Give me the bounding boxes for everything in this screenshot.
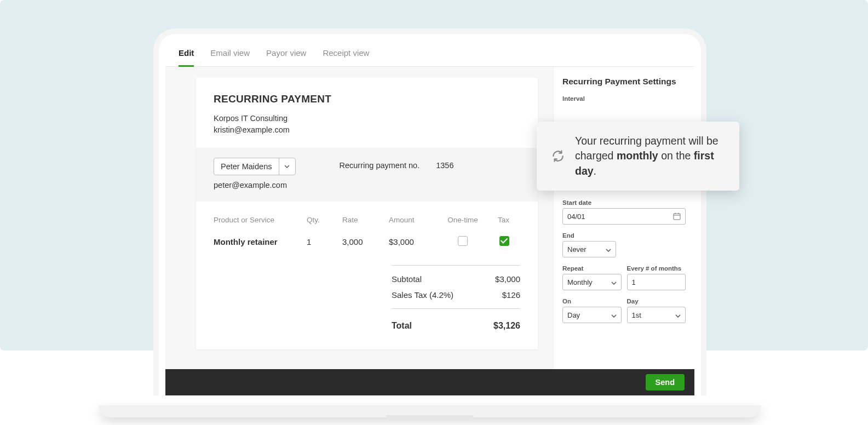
repeat-value: Monthly <box>567 278 593 286</box>
day-value: 1st <box>632 311 641 319</box>
end-select[interactable]: Never <box>562 241 616 257</box>
chevron-down-icon <box>675 311 681 319</box>
col-amount: Amount <box>389 216 441 224</box>
company-name: Korpos IT Consulting <box>214 113 520 124</box>
start-date-value: 04/01 <box>567 213 585 221</box>
interval-label: Interval <box>562 95 686 102</box>
line-header: Product or Service Qty. Rate Amount One-… <box>214 216 520 224</box>
divider <box>392 265 520 266</box>
totals: Subtotal $3,000 Sales Tax (4.2%) $126 To… <box>196 253 538 349</box>
line-amount: $3,000 <box>389 237 441 246</box>
chevron-down-icon <box>611 278 617 286</box>
rp-label: Recurring payment no. <box>340 161 420 170</box>
payor-left: Peter Maidens peter@example.com <box>214 158 296 189</box>
laptop-body: Edit Email view Payor view Receipt view … <box>153 28 706 395</box>
subtotal-value: $3,000 <box>495 274 520 284</box>
payor-select[interactable]: Peter Maidens <box>214 158 296 175</box>
rp-number: 1356 <box>436 161 453 170</box>
invoice-header: RECURRING PAYMENT Korpos IT Consulting k… <box>196 78 538 148</box>
calendar-icon <box>673 213 681 220</box>
subtotal-label: Subtotal <box>392 274 422 284</box>
payor-email: peter@example.com <box>214 181 296 189</box>
repeat-label: Repeat <box>562 265 622 272</box>
settings-panel: Recurring Payment Settings Interval Star… <box>553 67 694 394</box>
settings-title: Recurring Payment Settings <box>562 77 686 87</box>
every-input[interactable]: 1 <box>627 274 686 290</box>
tab-edit[interactable]: Edit <box>179 48 194 67</box>
day-label: Day <box>627 298 686 305</box>
tooltip-post: . <box>594 165 596 177</box>
col-rate: Rate <box>342 216 389 224</box>
company-email: kristin@example.com <box>214 124 520 136</box>
tab-payor-view[interactable]: Payor view <box>266 48 306 66</box>
every-label: Every # of months <box>627 265 686 272</box>
day-group: Day 1st <box>627 298 686 323</box>
send-button[interactable]: Send <box>646 374 685 390</box>
taxtotal-value: $126 <box>502 290 520 300</box>
on-day-row: On Day Day 1st <box>562 298 686 331</box>
on-label: On <box>562 298 622 305</box>
end-value: Never <box>567 245 587 254</box>
start-date-input[interactable]: 04/01 <box>562 208 686 225</box>
line-items: Product or Service Qty. Rate Amount One-… <box>196 202 538 253</box>
tax-checkbox[interactable] <box>499 236 509 246</box>
every-value: 1 <box>632 278 636 286</box>
svg-rect-0 <box>674 214 680 220</box>
laptop-base <box>99 405 761 417</box>
tax-row: Sales Tax (4.2%) $126 <box>392 287 520 303</box>
total-value: $3,126 <box>493 321 520 331</box>
taxtotal-label: Sales Tax (4.2%) <box>392 290 453 300</box>
tooltip-mid: on the <box>658 150 694 162</box>
tab-email-view[interactable]: Email view <box>210 48 250 66</box>
invoice-panel: RECURRING PAYMENT Korpos IT Consulting k… <box>165 67 553 394</box>
col-qty: Qty. <box>307 216 342 224</box>
invoice-title: RECURRING PAYMENT <box>214 93 520 105</box>
on-select[interactable]: Day <box>562 307 622 323</box>
tab-receipt-view[interactable]: Receipt view <box>323 48 369 66</box>
total-label: Total <box>392 321 412 331</box>
col-tax: Tax <box>485 216 509 224</box>
line-row: Monthly retainer 1 3,000 $3,000 <box>214 236 520 248</box>
payor-row: Peter Maidens peter@example.com Recurrin… <box>196 148 538 202</box>
invoice-card: RECURRING PAYMENT Korpos IT Consulting k… <box>196 78 538 349</box>
repeat-group: Repeat Monthly <box>562 265 622 290</box>
refresh-icon <box>551 149 565 163</box>
line-product: Monthly retainer <box>214 237 307 246</box>
onetime-checkbox[interactable] <box>458 236 468 246</box>
laptop-notch <box>386 415 474 421</box>
total-row: Total $3,126 <box>392 314 520 334</box>
start-date-label: Start date <box>562 199 686 206</box>
line-rate: 3,000 <box>342 237 389 246</box>
recurring-tooltip: Your recurring payment will be charged m… <box>537 122 739 191</box>
every-group: Every # of months 1 <box>627 265 686 290</box>
divider <box>392 308 520 309</box>
subtotal-row: Subtotal $3,000 <box>392 271 520 287</box>
start-date-group: Start date 04/01 <box>562 199 686 225</box>
tooltip-text: Your recurring payment will be charged m… <box>575 134 725 179</box>
chevron-down-icon <box>611 311 617 319</box>
line-onetime <box>441 236 485 248</box>
day-select[interactable]: 1st <box>627 307 686 323</box>
col-onetime: One-time <box>441 216 485 224</box>
on-group: On Day <box>562 298 622 323</box>
col-product: Product or Service <box>214 216 307 224</box>
totals-inner: Subtotal $3,000 Sales Tax (4.2%) $126 To… <box>392 265 520 334</box>
line-qty: 1 <box>307 237 342 246</box>
chevron-down-icon <box>279 158 295 175</box>
content-area: RECURRING PAYMENT Korpos IT Consulting k… <box>165 67 694 394</box>
footer-bar: Send <box>165 369 694 395</box>
laptop-frame: Edit Email view Payor view Receipt view … <box>153 28 706 406</box>
tooltip-bold-1: monthly <box>617 150 658 162</box>
end-group: End Never <box>562 232 686 257</box>
app-screen: Edit Email view Payor view Receipt view … <box>165 41 694 395</box>
payor-select-value: Peter Maidens <box>214 162 279 171</box>
tabs-bar: Edit Email view Payor view Receipt view <box>165 41 694 67</box>
repeat-select[interactable]: Monthly <box>562 274 622 290</box>
line-tax <box>485 236 509 248</box>
repeat-row: Repeat Monthly Every # of months 1 <box>562 265 686 298</box>
recurring-number: Recurring payment no. 1356 <box>340 161 454 170</box>
chevron-down-icon <box>606 245 611 254</box>
on-value: Day <box>567 311 580 319</box>
end-label: End <box>562 232 686 239</box>
